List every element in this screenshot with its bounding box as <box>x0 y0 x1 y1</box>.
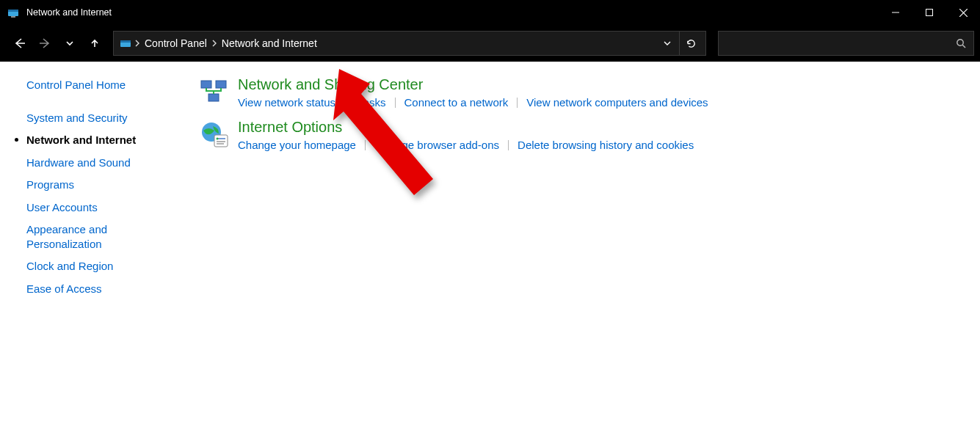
sidebar-item-network-internet[interactable]: Network and Internet <box>26 133 176 147</box>
svg-rect-13 <box>208 94 219 101</box>
control-panel-icon <box>7 7 19 18</box>
search-icon <box>956 38 966 48</box>
link-separator <box>517 98 518 108</box>
svg-point-19 <box>217 138 219 140</box>
breadcrumb-item[interactable]: Control Panel <box>140 37 211 49</box>
sidebar-item-hardware-sound[interactable]: Hardware and Sound <box>26 156 176 170</box>
sidebar-item-programs[interactable]: Programs <box>26 178 176 192</box>
recent-locations-button[interactable] <box>59 32 81 54</box>
navigation-bar: Control Panel Network and Internet <box>0 25 980 62</box>
link-manage-addons[interactable]: Manage browser add-ons <box>374 139 499 151</box>
control-panel-path-icon <box>120 37 131 49</box>
svg-rect-2 <box>11 16 15 18</box>
category-network-sharing: Network and Sharing Center View network … <box>200 76 967 109</box>
category-title[interactable]: Internet Options <box>238 119 694 136</box>
minimize-button[interactable] <box>879 0 912 25</box>
sidebar-item-ease-of-access[interactable]: Ease of Access <box>26 282 176 296</box>
link-delete-history[interactable]: Delete browsing history and cookies <box>518 139 694 151</box>
sidebar-item-clock-region[interactable]: Clock and Region <box>26 259 176 274</box>
title-bar: Network and Internet <box>0 0 980 25</box>
breadcrumb-separator[interactable] <box>134 40 140 47</box>
link-separator <box>395 98 396 108</box>
address-bar[interactable]: Control Panel Network and Internet <box>113 31 706 56</box>
sidebar-item-system-security[interactable]: System and Security <box>26 111 176 125</box>
category-title[interactable]: Network and Sharing Center <box>238 76 708 93</box>
main-panel: Network and Sharing Center View network … <box>186 62 980 424</box>
svg-rect-15 <box>214 135 228 147</box>
sidebar: Control Panel Home System and Security N… <box>0 62 186 424</box>
svg-point-9 <box>957 40 963 45</box>
svg-rect-4 <box>926 10 933 16</box>
address-dropdown-button[interactable] <box>656 32 679 55</box>
content-area: Control Panel Home System and Security N… <box>0 62 980 424</box>
internet-options-icon <box>200 120 229 150</box>
sidebar-item-appearance[interactable]: Appearance and Personalization <box>26 222 151 251</box>
svg-line-10 <box>962 45 965 48</box>
link-connect-network[interactable]: Connect to a network <box>404 96 509 109</box>
svg-rect-1 <box>8 10 18 12</box>
breadcrumb-item[interactable]: Network and Internet <box>217 37 322 49</box>
link-change-homepage[interactable]: Change your homepage <box>238 139 356 151</box>
svg-rect-11 <box>201 81 211 88</box>
sidebar-item-user-accounts[interactable]: User Accounts <box>26 200 176 215</box>
link-view-network-computers[interactable]: View network computers and devices <box>526 96 708 109</box>
link-separator <box>365 140 366 150</box>
breadcrumb-separator[interactable] <box>211 40 217 47</box>
svg-rect-12 <box>216 81 226 88</box>
window-title: Network and Internet <box>26 7 112 18</box>
search-input[interactable] <box>718 31 974 56</box>
maximize-button[interactable] <box>912 0 946 25</box>
forward-button[interactable] <box>34 32 56 54</box>
sidebar-item-home[interactable]: Control Panel Home <box>26 78 176 92</box>
svg-rect-8 <box>120 40 131 43</box>
refresh-button[interactable] <box>679 32 703 55</box>
link-separator <box>508 140 509 150</box>
link-view-network-status[interactable]: View network status and tasks <box>238 96 386 109</box>
network-sharing-icon <box>200 78 229 107</box>
close-button[interactable] <box>946 0 980 25</box>
back-button[interactable] <box>9 32 31 54</box>
category-internet-options: Internet Options Change your homepage Ma… <box>200 119 967 151</box>
up-button[interactable] <box>84 32 106 54</box>
